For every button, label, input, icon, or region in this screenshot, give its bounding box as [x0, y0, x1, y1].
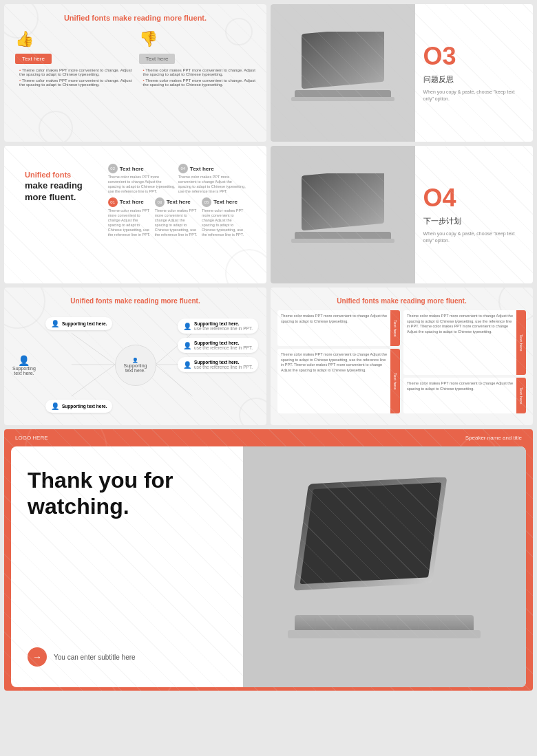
- svg-rect-13: [300, 482, 442, 584]
- mindmap-left-person: 👤 Supportingtext here.: [12, 355, 36, 376]
- node-05-title: Text here: [213, 199, 238, 205]
- slide7-subtitle-row: → You can enter subtitle here: [28, 647, 227, 667]
- slide1-bullet-1: Theme color makes PPT more convenient to…: [15, 68, 132, 76]
- slide1-btn-gray[interactable]: Text here: [139, 54, 176, 64]
- node-03-title: Text here: [167, 199, 191, 205]
- slide-1: Unified fonts make reading more fluent. …: [4, 4, 266, 142]
- slide1-cols: 👍 Text here Theme color makes PPT more c…: [15, 30, 255, 89]
- mindmap-nodes-right: 👤 Supporting text here.use the reference…: [178, 318, 258, 372]
- svg-line-8: [72, 365, 115, 396]
- node-04-title: Text here: [190, 166, 214, 172]
- node-04-num: 04: [178, 164, 188, 173]
- thumb-up-icon: 👍: [15, 30, 132, 48]
- svg-line-6: [72, 333, 115, 365]
- node-02-title: Text here: [120, 166, 144, 172]
- slides-container: Unified fonts make reading more fluent. …: [0, 0, 537, 695]
- slide4-chinese-title: 下一步计划: [423, 216, 525, 226]
- node-05: 05 Text here Theme color makes PPT more …: [202, 197, 246, 238]
- node-02: 02 Text here Theme color makes PPT more …: [108, 164, 176, 195]
- svg-rect-14: [295, 615, 474, 632]
- slide1-title-accent: more fluent.: [163, 14, 207, 22]
- slide4-description: When you copy & paste, choose "keep text…: [423, 230, 525, 244]
- slide2-image-area: [271, 4, 415, 142]
- slide2-description: When you copy & paste, choose "keep text…: [423, 89, 525, 102]
- slide6-box-4: Theme color makes PPT more convenient to…: [403, 378, 526, 413]
- slide1-col-left: 👍 Text here Theme color makes PPT more c…: [15, 30, 132, 89]
- slide6-box-3: Theme color makes PPT more convenient to…: [403, 310, 526, 375]
- slide4-info: O4 下一步计划 When you copy & paste, choose "…: [415, 146, 533, 283]
- slide1-col-right: 👎 Text here Theme color makes PPT more c…: [139, 30, 256, 89]
- mindmap-left-top: 👤 Supporting text here.: [45, 317, 112, 330]
- slide6-title-main: Unified fonts make reading: [337, 297, 427, 305]
- node-04: 04 Text here Theme color makes PPT more …: [178, 164, 246, 195]
- slide6-label-4: Text here: [516, 378, 526, 413]
- slide4-number: O4: [423, 186, 525, 210]
- slide-5: Unified fonts make reading more fluent. …: [4, 288, 266, 425]
- slide-2: O3 问题反思 When you copy & paste, choose "k…: [271, 4, 533, 142]
- slide7-main: Thank you forwatching. → You can enter s…: [11, 446, 526, 687]
- slide2-number: O3: [423, 44, 525, 69]
- svg-rect-2: [291, 97, 394, 101]
- slide6-col-2: Theme color makes PPT more convenient to…: [403, 310, 526, 413]
- svg-rect-5: [291, 239, 394, 243]
- slide7-laptop: [243, 446, 526, 687]
- slide5-mindmap: 👤Supportingtext here. 👤 Supportingtext h…: [11, 312, 260, 418]
- slide6-label-2: Text here: [390, 349, 400, 413]
- mindmap-left-bottom: 👤 Supporting text here.: [45, 400, 112, 413]
- slide3-nodes: 02 Text here Theme color makes PPT more …: [108, 164, 246, 266]
- svg-rect-15: [288, 630, 481, 638]
- thumb-down-icon: 👎: [139, 30, 256, 48]
- slide2-laptop: [271, 4, 415, 142]
- node-01-desc: Theme color makes PPT more convenient to…: [108, 208, 152, 238]
- slide2-info: O3 问题反思 When you copy & paste, choose "k…: [415, 4, 533, 142]
- svg-rect-0: [302, 32, 384, 89]
- node-02-desc: Theme color makes PPT more convenient to…: [108, 175, 176, 195]
- slide7-arrow-icon[interactable]: →: [28, 647, 47, 667]
- slide2-chinese-title: 问题反思: [423, 74, 525, 85]
- svg-rect-3: [302, 173, 384, 230]
- node-03-num: 03: [155, 197, 165, 207]
- node-03-desc: Theme color makes PPT more convenient to…: [155, 208, 199, 238]
- slide6-label-3: Text here: [516, 310, 526, 375]
- slide-3: Unified fonts make readingmore fluent. 0…: [4, 146, 266, 283]
- slide6-col-1: Theme color makes PPT more convenient to…: [277, 310, 400, 413]
- slide6-box-2: Theme color makes PPT more convenient to…: [277, 349, 400, 413]
- slide-4: O4 下一步计划 When you copy & paste, choose "…: [271, 146, 533, 283]
- slide5-title-main: Unified fonts make reading: [70, 297, 160, 305]
- slide7-speaker: Speaker name and title: [465, 435, 522, 441]
- slide1-title-main: Unified fonts make reading: [64, 14, 163, 22]
- slide1-btn-orange[interactable]: Text here: [15, 54, 52, 64]
- slide7-right: [243, 446, 526, 687]
- slide1-bullet-2: Theme color makes PPT more convenient to…: [15, 78, 132, 87]
- slide-7: LOGO HERE Speaker name and title Thank y…: [4, 429, 533, 691]
- slide6-title-accent: more fluent.: [427, 297, 466, 305]
- node-01: 01 Text here Theme color makes PPT more …: [108, 197, 152, 238]
- slide6-box-1: Theme color makes PPT more convenient to…: [277, 310, 400, 346]
- slide7-subtitle: You can enter subtitle here: [54, 654, 136, 661]
- slide6-columns: Theme color makes PPT more convenient to…: [277, 310, 526, 413]
- mindmap-center: 👤Supportingtext here.: [115, 345, 156, 386]
- slide6-title: Unified fonts make reading more fluent.: [277, 297, 526, 305]
- slide4-laptop: [271, 146, 415, 283]
- slide7-logo: LOGO HERE: [15, 435, 48, 441]
- slide4-image-area: [271, 146, 415, 283]
- node-05-num: 05: [202, 197, 211, 207]
- slide3-left-text: Unified fonts make readingmore fluent.: [25, 164, 103, 266]
- node-03: 03 Text here Theme color makes PPT more …: [155, 197, 199, 238]
- slide1-bullet-4: Theme color makes PPT more convenient to…: [139, 78, 256, 87]
- slide3-big-text: make readingmore fluent.: [25, 180, 103, 204]
- slide-6: Unified fonts make reading more fluent. …: [271, 288, 533, 425]
- slide3-orange-line: Unified fonts: [25, 171, 103, 179]
- slide5-title: Unified fonts make reading more fluent.: [11, 297, 260, 305]
- node-04-desc: Theme color makes PPT more convenient to…: [178, 175, 246, 195]
- slide6-label-1: Text here: [390, 310, 400, 346]
- node-02-num: 02: [108, 164, 118, 173]
- slide7-topbar: LOGO HERE Speaker name and title: [4, 429, 533, 446]
- node-01-title: Text here: [120, 199, 144, 205]
- slide7-thank-you: Thank you forwatching.: [28, 467, 227, 520]
- slide1-title: Unified fonts make reading more fluent.: [15, 14, 255, 22]
- slide1-bullet-3: Theme color makes PPT more convenient to…: [139, 68, 256, 76]
- slide7-left: Thank you forwatching. → You can enter s…: [11, 446, 243, 687]
- slide5-title-accent: more fluent.: [160, 297, 200, 305]
- node-05-desc: Theme color makes PPT more convenient to…: [202, 208, 246, 238]
